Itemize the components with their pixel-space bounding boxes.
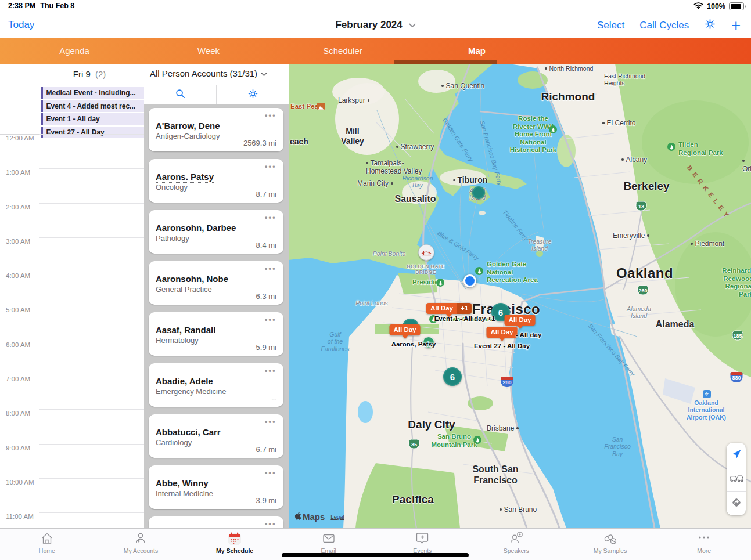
tab-week[interactable]: Week: [197, 46, 220, 56]
more-options-icon[interactable]: •••: [265, 469, 276, 477]
nav-item-speakers[interactable]: Speakers: [469, 529, 563, 560]
day-event-count: (2): [95, 69, 106, 79]
account-name: Abbe, Winny: [156, 478, 209, 488]
account-name: Aasaf, Randall: [156, 325, 215, 335]
account-specialty: Antigen-Cardiology: [156, 132, 220, 140]
hour-row: 2:00 AM: [0, 203, 144, 237]
wifi-icon: [693, 1, 703, 12]
all-day-event[interactable]: Event 4 - Added most rec...: [41, 100, 144, 113]
email-icon: [321, 530, 336, 546]
chevron-down-icon: [261, 68, 267, 78]
home-icon: [39, 530, 55, 546]
tab-map[interactable]: Map: [468, 46, 486, 56]
account-card[interactable]: •••Abbe, WinnyInternal Medicine3.9 mi: [149, 465, 283, 509]
hour-gridline: [39, 478, 144, 479]
navigate-icon: [731, 448, 742, 462]
hour-gridline: [39, 341, 144, 341]
hour-gridline: [39, 134, 144, 135]
samples-icon: [603, 530, 618, 546]
active-tab-underline: [394, 60, 497, 64]
nav-item-my-samples[interactable]: My Samples: [563, 529, 657, 560]
more-options-icon[interactable]: •••: [265, 520, 276, 528]
app-window: 2:38 PMThu Feb 8 100% Today February 202…: [0, 0, 751, 560]
all-day-event[interactable]: Event 1 - All day: [41, 113, 144, 125]
navigate-button[interactable]: [727, 443, 746, 467]
day-header[interactable]: Fri 9 (2): [35, 64, 144, 85]
hour-gridline: [39, 375, 144, 375]
account-card[interactable]: •••A'Barrow, DeneAntigen-Cardiology2569.…: [149, 108, 283, 151]
list-settings-button[interactable]: [216, 85, 289, 104]
account-distance: 6.3 mi: [256, 292, 276, 301]
directions-icon: [731, 497, 742, 511]
more-options-icon[interactable]: •••: [265, 367, 276, 375]
nav-item-my-accounts[interactable]: My Accounts: [94, 529, 188, 560]
account-card[interactable]: •••Aasaf, RandallHermatology5.9 mi: [149, 312, 283, 356]
search-icon: [175, 88, 186, 102]
event-title: Event 1 - All day: [43, 115, 100, 123]
more-options-icon[interactable]: •••: [265, 316, 276, 324]
account-card[interactable]: •••Abadie, AdeleEmergency Medicine--: [149, 363, 283, 407]
account-name: Abbatucci, Carr: [156, 427, 221, 437]
hour-row: 10:00 AM: [0, 478, 144, 512]
account-card[interactable]: •••Aarons. PatsyOncology8.7 mi: [149, 159, 283, 203]
traffic-icon: [729, 473, 744, 485]
hour-row: 4:00 AM: [0, 272, 144, 306]
account-card[interactable]: •••Aaronsohn, NobeGeneral Practice6.3 mi: [149, 261, 283, 305]
all-day-event[interactable]: Medical Event - Including...: [41, 87, 144, 99]
hour-row: 6:00 AM: [0, 341, 144, 375]
map-canvas[interactable]: North RichmondEast Richmond HeightsRichm…: [289, 64, 751, 528]
hour-row: 1:00 AM: [0, 168, 144, 203]
account-distance: 5.9 mi: [256, 343, 276, 352]
accounts-filter-dropdown[interactable]: All Person Accounts (31/31): [150, 68, 267, 78]
search-button[interactable]: [144, 85, 216, 104]
account-card-list[interactable]: •••A'Barrow, DeneAntigen-Cardiology2569.…: [144, 104, 289, 528]
nav-item-home[interactable]: Home: [0, 529, 94, 560]
tab-scheduler[interactable]: Scheduler: [323, 46, 362, 56]
nav-item-my-schedule[interactable]: My Schedule: [188, 529, 282, 560]
time-label: 11:00 AM: [6, 513, 34, 520]
nav-label: My Schedule: [216, 547, 253, 554]
time-label: 8:00 AM: [6, 410, 30, 417]
time-label: 7:00 AM: [6, 375, 30, 382]
divider: [0, 85, 144, 85]
account-specialty: Pathology: [156, 234, 189, 243]
account-card[interactable]: •••Abbatucci, CarrCardiology6.7 mi: [149, 414, 283, 458]
nav-label: My Accounts: [124, 547, 159, 554]
account-specialty: General Practice: [156, 285, 212, 294]
more-options-icon[interactable]: •••: [265, 111, 276, 120]
battery-icon: [729, 2, 744, 10]
clock: 2:38 PM: [8, 2, 35, 10]
more-options-icon[interactable]: •••: [265, 265, 276, 273]
event-title: Medical Event - Including...: [43, 89, 136, 97]
nav-item-more[interactable]: More: [657, 529, 751, 560]
traffic-button[interactable]: [727, 467, 746, 491]
account-card[interactable]: •••Aaronsohn, DarbeePathology8.4 mi: [149, 210, 283, 254]
account-distance: --: [271, 394, 276, 403]
hour-gridline: [39, 306, 144, 306]
map-terrain: [289, 64, 751, 528]
account-specialty: Cardiology: [156, 438, 192, 447]
time-label: 4:00 AM: [6, 272, 30, 279]
time-label: 5:00 AM: [6, 306, 30, 313]
more-options-icon[interactable]: •••: [265, 162, 276, 171]
more-options-icon[interactable]: •••: [265, 214, 276, 222]
settings-gear-icon[interactable]: [704, 18, 716, 32]
call-cycles-button[interactable]: Call Cycles: [639, 20, 689, 31]
directions-button[interactable]: [727, 491, 746, 515]
account-distance: 2569.3 mi: [243, 139, 276, 147]
time-label: 1:00 AM: [6, 169, 30, 176]
more-options-icon[interactable]: •••: [265, 418, 276, 426]
hour-row: 5:00 AM: [0, 306, 144, 340]
add-button[interactable]: +: [731, 19, 741, 32]
select-button[interactable]: Select: [597, 20, 624, 31]
account-distance: 6.7 mi: [256, 445, 276, 454]
legal-link[interactable]: Legal: [330, 514, 344, 520]
tab-agenda[interactable]: Agenda: [59, 46, 89, 56]
nav-label: More: [697, 547, 711, 554]
hour-timeline[interactable]: 12:00 AM1:00 AM2:00 AM3:00 AM4:00 AM5:00…: [0, 134, 144, 528]
apple-logo-icon: [294, 512, 301, 522]
accounts-toolbar: [144, 85, 289, 104]
time-label: 9:00 AM: [6, 445, 30, 451]
home-indicator[interactable]: [282, 553, 469, 557]
account-card[interactable]: •••: [149, 516, 283, 528]
